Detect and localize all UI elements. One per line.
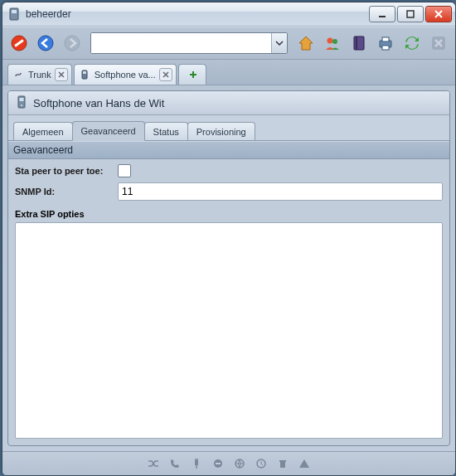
status-plug-icon[interactable]: [190, 457, 203, 470]
toolbar: [2, 27, 455, 60]
svg-rect-11: [356, 36, 357, 50]
row-p2p: Sta peer to peer toe:: [15, 164, 443, 177]
link-icon: [13, 70, 25, 80]
svg-rect-19: [20, 98, 24, 101]
svg-rect-2: [379, 16, 386, 17]
address-dropdown[interactable]: [271, 33, 287, 53]
book-button[interactable]: [347, 32, 371, 55]
tab-label: Trunk: [28, 70, 51, 80]
tab-status[interactable]: Status: [144, 122, 188, 140]
content-area: Softphone van Hans de Wit Algemeen Geava…: [2, 85, 455, 451]
panel-title: Softphone van Hans de Wit: [33, 97, 164, 109]
snmp-label: SNMP Id:: [15, 187, 118, 197]
inner-tabstrip: Algemeen Geavanceerd Status Provisioning: [8, 115, 449, 141]
tab-geavanceerd[interactable]: Geavanceerd: [72, 121, 145, 141]
forward-button[interactable]: [61, 32, 84, 55]
phone-icon: [80, 70, 91, 80]
address-combo[interactable]: [90, 32, 288, 54]
status-globe-icon[interactable]: [233, 457, 246, 470]
users-button[interactable]: [321, 32, 344, 55]
tab-provisioning[interactable]: Provisioning: [187, 122, 255, 140]
section-header: Geavanceerd: [8, 141, 449, 159]
minimize-button[interactable]: [369, 6, 395, 22]
form-area: Sta peer to peer toe: SNMP Id: Extra SIP…: [8, 159, 449, 445]
maximize-button[interactable]: [397, 6, 424, 22]
svg-rect-13: [382, 37, 389, 41]
main-panel: Softphone van Hans de Wit Algemeen Geava…: [7, 90, 450, 446]
p2p-label: Sta peer to peer toe:: [15, 166, 118, 176]
phone-icon: [15, 95, 28, 111]
status-minus-icon[interactable]: [211, 457, 225, 470]
close-button[interactable]: [425, 6, 452, 22]
svg-rect-26: [216, 463, 221, 464]
sip-textarea[interactable]: [15, 222, 443, 439]
svg-rect-17: [83, 71, 86, 74]
section-title: Geavanceerd: [13, 144, 73, 156]
svg-point-9: [332, 39, 337, 44]
svg-point-6: [38, 36, 53, 51]
tab-algemeen[interactable]: Algemeen: [13, 122, 73, 140]
app-window: beheerder: [2, 2, 456, 476]
sip-label: Extra SIP opties: [15, 209, 443, 219]
svg-point-20: [21, 104, 22, 106]
status-trash-icon[interactable]: [276, 457, 289, 470]
window-controls: [369, 6, 452, 22]
svg-point-7: [65, 36, 80, 51]
address-input[interactable]: [91, 33, 271, 53]
status-warning-icon[interactable]: [298, 457, 311, 470]
svg-rect-1: [12, 10, 17, 13]
statusbar: [2, 451, 455, 475]
add-tab-button[interactable]: [178, 64, 206, 85]
tab-label: Softphone va...: [95, 70, 156, 80]
svg-rect-14: [382, 46, 389, 50]
row-snmp: SNMP Id:: [15, 182, 443, 201]
status-phone-icon[interactable]: [168, 457, 182, 470]
stop-button[interactable]: [7, 32, 31, 55]
window-title: beheerder: [26, 8, 369, 20]
print-button[interactable]: [374, 32, 397, 55]
snmp-input[interactable]: [118, 182, 443, 201]
page-tabstrip: Trunk Softphone va...: [2, 60, 455, 85]
svg-rect-21: [195, 460, 198, 465]
svg-point-8: [327, 38, 333, 44]
svg-rect-3: [407, 11, 414, 17]
app-icon: [7, 7, 21, 21]
tab-close-button[interactable]: [159, 68, 172, 81]
close-panel-button[interactable]: [427, 32, 450, 55]
svg-rect-29: [280, 462, 285, 468]
tab-close-button[interactable]: [55, 68, 68, 81]
refresh-button[interactable]: [400, 32, 424, 55]
panel-header: Softphone van Hans de Wit: [8, 91, 449, 115]
svg-rect-30: [279, 460, 286, 462]
p2p-checkbox[interactable]: [118, 164, 131, 177]
status-shuffle-icon[interactable]: [147, 457, 160, 470]
titlebar: beheerder: [2, 2, 455, 27]
page-tab-trunk[interactable]: Trunk: [7, 64, 72, 85]
back-button[interactable]: [34, 32, 57, 55]
page-tab-softphone[interactable]: Softphone va...: [74, 64, 177, 85]
svg-rect-10: [354, 36, 364, 50]
status-clock-icon[interactable]: [255, 457, 268, 470]
home-button[interactable]: [294, 32, 318, 55]
